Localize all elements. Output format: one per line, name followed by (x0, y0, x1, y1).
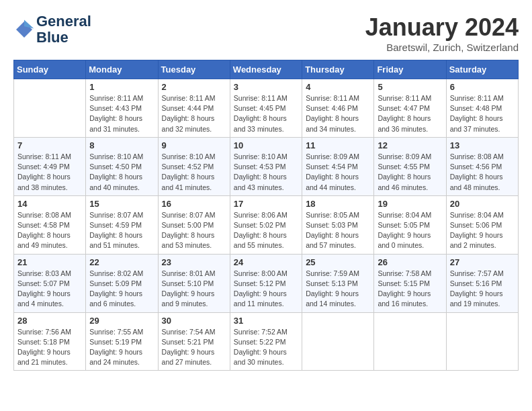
calendar-cell (446, 312, 518, 371)
location-text: Baretswil, Zurich, Switzerland (365, 42, 519, 53)
weekday-header-monday: Monday (86, 60, 158, 79)
day-number: 10 (234, 140, 298, 150)
calendar-cell: 24Sunrise: 8:00 AMSunset: 5:12 PMDayligh… (230, 254, 302, 312)
calendar-cell: 8Sunrise: 8:10 AMSunset: 4:50 PMDaylight… (86, 137, 158, 195)
day-number: 28 (17, 316, 82, 326)
calendar-cell: 19Sunrise: 8:04 AMSunset: 5:05 PMDayligh… (374, 195, 446, 254)
day-number: 26 (378, 257, 442, 267)
day-info: Sunrise: 8:11 AMSunset: 4:46 PMDaylight:… (306, 93, 370, 134)
day-info: Sunrise: 8:06 AMSunset: 5:02 PMDaylight:… (234, 210, 298, 251)
week-row-3: 14Sunrise: 8:08 AMSunset: 4:58 PMDayligh… (14, 195, 519, 254)
calendar-table: SundayMondayTuesdayWednesdayThursdayFrid… (13, 60, 519, 371)
day-number: 20 (450, 199, 515, 209)
calendar-cell: 22Sunrise: 8:02 AMSunset: 5:09 PMDayligh… (86, 254, 158, 312)
calendar-cell: 16Sunrise: 8:07 AMSunset: 5:00 PMDayligh… (158, 195, 230, 254)
day-info: Sunrise: 8:09 AMSunset: 4:55 PMDaylight:… (378, 152, 442, 193)
calendar-cell: 20Sunrise: 8:04 AMSunset: 5:06 PMDayligh… (446, 195, 518, 254)
day-info: Sunrise: 8:03 AMSunset: 5:07 PMDaylight:… (17, 269, 82, 310)
weekday-header-tuesday: Tuesday (158, 60, 230, 79)
day-number: 24 (234, 257, 298, 267)
calendar-cell: 30Sunrise: 7:54 AMSunset: 5:21 PMDayligh… (158, 312, 230, 371)
day-number: 15 (89, 199, 154, 209)
weekday-header-sunday: Sunday (14, 60, 86, 79)
day-info: Sunrise: 8:08 AMSunset: 4:58 PMDaylight:… (17, 210, 82, 251)
calendar-cell (374, 312, 446, 371)
day-number: 27 (450, 257, 515, 267)
day-info: Sunrise: 8:05 AMSunset: 5:03 PMDaylight:… (306, 210, 370, 251)
day-number: 1 (89, 82, 154, 92)
day-info: Sunrise: 8:08 AMSunset: 4:56 PMDaylight:… (450, 152, 515, 193)
weekday-header-row: SundayMondayTuesdayWednesdayThursdayFrid… (14, 60, 519, 79)
day-number: 31 (234, 316, 298, 326)
day-number: 19 (378, 199, 442, 209)
calendar-cell: 12Sunrise: 8:09 AMSunset: 4:55 PMDayligh… (374, 137, 446, 195)
day-number: 3 (234, 82, 298, 92)
day-info: Sunrise: 8:07 AMSunset: 5:00 PMDaylight:… (162, 210, 226, 251)
day-number: 22 (89, 257, 154, 267)
calendar-cell (14, 79, 86, 138)
calendar-cell: 6Sunrise: 8:11 AMSunset: 4:48 PMDaylight… (446, 79, 518, 138)
calendar-cell: 17Sunrise: 8:06 AMSunset: 5:02 PMDayligh… (230, 195, 302, 254)
week-row-1: 1Sunrise: 8:11 AMSunset: 4:43 PMDaylight… (14, 79, 519, 138)
day-number: 12 (378, 140, 442, 150)
calendar-cell: 18Sunrise: 8:05 AMSunset: 5:03 PMDayligh… (302, 195, 374, 254)
page-header: General Blue January 2024 Baretswil, Zur… (13, 13, 519, 53)
weekday-header-saturday: Saturday (446, 60, 518, 79)
calendar-cell: 3Sunrise: 8:11 AMSunset: 4:45 PMDaylight… (230, 79, 302, 138)
day-info: Sunrise: 8:04 AMSunset: 5:05 PMDaylight:… (378, 210, 442, 251)
day-number: 17 (234, 199, 298, 209)
day-number: 4 (306, 82, 370, 92)
calendar-cell: 21Sunrise: 8:03 AMSunset: 5:07 PMDayligh… (14, 254, 86, 312)
day-info: Sunrise: 8:11 AMSunset: 4:48 PMDaylight:… (450, 93, 515, 134)
day-info: Sunrise: 7:55 AMSunset: 5:19 PMDaylight:… (89, 327, 154, 368)
calendar-cell (302, 312, 374, 371)
day-info: Sunrise: 8:01 AMSunset: 5:10 PMDaylight:… (162, 269, 226, 310)
day-info: Sunrise: 8:10 AMSunset: 4:53 PMDaylight:… (234, 152, 298, 193)
calendar-cell: 13Sunrise: 8:08 AMSunset: 4:56 PMDayligh… (446, 137, 518, 195)
calendar-cell: 27Sunrise: 7:57 AMSunset: 5:16 PMDayligh… (446, 254, 518, 312)
day-number: 2 (162, 82, 226, 92)
week-row-4: 21Sunrise: 8:03 AMSunset: 5:07 PMDayligh… (14, 254, 519, 312)
calendar-cell: 2Sunrise: 8:11 AMSunset: 4:44 PMDaylight… (158, 79, 230, 138)
calendar-cell: 31Sunrise: 7:52 AMSunset: 5:22 PMDayligh… (230, 312, 302, 371)
logo-icon (13, 19, 35, 40)
calendar-cell: 7Sunrise: 8:11 AMSunset: 4:49 PMDaylight… (14, 137, 86, 195)
calendar-cell: 4Sunrise: 8:11 AMSunset: 4:46 PMDaylight… (302, 79, 374, 138)
weekday-header-thursday: Thursday (302, 60, 374, 79)
calendar-cell: 14Sunrise: 8:08 AMSunset: 4:58 PMDayligh… (14, 195, 86, 254)
day-info: Sunrise: 8:11 AMSunset: 4:45 PMDaylight:… (234, 93, 298, 134)
week-row-2: 7Sunrise: 8:11 AMSunset: 4:49 PMDaylight… (14, 137, 519, 195)
day-number: 18 (306, 199, 370, 209)
calendar-cell: 1Sunrise: 8:11 AMSunset: 4:43 PMDaylight… (86, 79, 158, 138)
day-info: Sunrise: 8:00 AMSunset: 5:12 PMDaylight:… (234, 269, 298, 310)
day-info: Sunrise: 8:09 AMSunset: 4:54 PMDaylight:… (306, 152, 370, 193)
day-number: 25 (306, 257, 370, 267)
day-info: Sunrise: 7:52 AMSunset: 5:22 PMDaylight:… (234, 327, 298, 368)
day-number: 21 (17, 257, 82, 267)
day-number: 16 (162, 199, 226, 209)
day-number: 5 (378, 82, 442, 92)
day-info: Sunrise: 8:11 AMSunset: 4:43 PMDaylight:… (89, 93, 154, 134)
day-info: Sunrise: 8:07 AMSunset: 4:59 PMDaylight:… (89, 210, 154, 251)
calendar-cell: 9Sunrise: 8:10 AMSunset: 4:52 PMDaylight… (158, 137, 230, 195)
day-info: Sunrise: 8:10 AMSunset: 4:50 PMDaylight:… (89, 152, 154, 193)
day-number: 7 (17, 140, 82, 150)
calendar-cell: 26Sunrise: 7:58 AMSunset: 5:15 PMDayligh… (374, 254, 446, 312)
calendar-cell: 23Sunrise: 8:01 AMSunset: 5:10 PMDayligh… (158, 254, 230, 312)
day-info: Sunrise: 8:11 AMSunset: 4:44 PMDaylight:… (162, 93, 226, 134)
calendar-cell: 5Sunrise: 8:11 AMSunset: 4:47 PMDaylight… (374, 79, 446, 138)
day-info: Sunrise: 8:04 AMSunset: 5:06 PMDaylight:… (450, 210, 515, 251)
day-info: Sunrise: 7:59 AMSunset: 5:13 PMDaylight:… (306, 269, 370, 310)
day-number: 29 (89, 316, 154, 326)
day-number: 13 (450, 140, 515, 150)
day-number: 9 (162, 140, 226, 150)
calendar-cell: 29Sunrise: 7:55 AMSunset: 5:19 PMDayligh… (86, 312, 158, 371)
day-number: 11 (306, 140, 370, 150)
month-title: January 2024 (365, 13, 519, 42)
calendar-cell: 25Sunrise: 7:59 AMSunset: 5:13 PMDayligh… (302, 254, 374, 312)
calendar-cell: 28Sunrise: 7:56 AMSunset: 5:18 PMDayligh… (14, 312, 86, 371)
day-info: Sunrise: 8:10 AMSunset: 4:52 PMDaylight:… (162, 152, 226, 193)
weekday-header-wednesday: Wednesday (230, 60, 302, 79)
logo-text: General Blue (36, 13, 91, 46)
calendar-cell: 10Sunrise: 8:10 AMSunset: 4:53 PMDayligh… (230, 137, 302, 195)
